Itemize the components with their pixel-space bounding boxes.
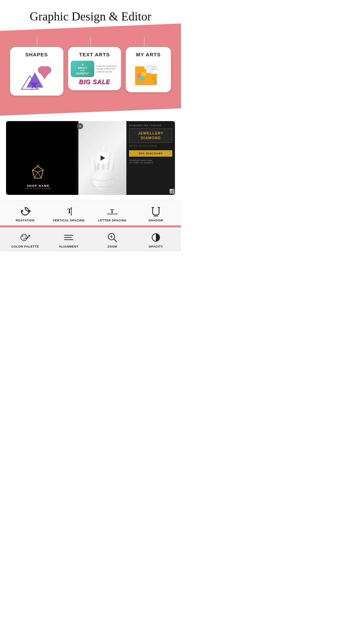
svg-point-15 [139,76,144,81]
jewellery-title-line1: JEWELLERY [131,131,170,136]
opacity-label: OPACITY [149,245,163,248]
shop-name-text: SHOP NAME [27,184,50,187]
svg-text:T: T [110,208,114,214]
svg-rect-12 [146,66,152,73]
vertical-spacing-icon: T [63,206,74,217]
rotation-tool[interactable]: ROATATION [3,206,47,222]
text-toolbar: ROATATION T VERTICAL SPACING T LETTER SP… [0,200,181,225]
shadow-icon [150,206,161,217]
shapes-card-image [15,61,59,91]
shapes-card[interactable]: SHAPES [10,47,63,96]
resize-handle[interactable] [170,189,174,194]
my-arts-content [130,61,166,88]
jewellery-title-box: JEWELLERY DIAMOND [129,128,172,143]
text-arts-content: ★ ENJOY every MOMENT Cinderella is proof… [73,61,117,86]
hanging-lines-decoration [7,34,174,44]
svg-marker-4 [39,71,51,79]
wave-divider [70,121,78,195]
discount-text: 20% DISCOUNT [132,152,170,155]
text-arts-card[interactable]: TEXT ARTS ★ ENJOY every MOMENT Cinderell… [68,47,121,90]
hanging-line-3 [144,37,144,47]
shadow-label: SHADOW [148,219,163,222]
jewellery-ad: SHOP NAME YOUR SLOGAN HERE [6,121,175,195]
opacity-tool[interactable]: OPACITY [134,232,178,248]
svg-point-45 [22,235,23,237]
play-button[interactable] [96,152,108,164]
shadow-tool[interactable]: SHADOW [134,206,178,222]
svg-marker-39 [108,213,108,215]
hanging-line-1 [37,37,37,47]
my-arts-card-title: MY ARTS [130,52,166,57]
play-icon [101,155,105,161]
svg-line-24 [37,165,37,166]
letter-spacing-icon: T [107,206,118,217]
header: Graphic Design & Editor [0,0,181,27]
close-button[interactable]: ✕ [77,123,83,129]
rotation-label: ROATATION [16,219,35,222]
text-arts-card-title: TEXT ARTS [73,52,117,57]
svg-line-56 [114,239,117,242]
better-value-text: BETTER VALUE & CHOICE [129,145,172,147]
feature-section: SHAPES TEXT ARTS [0,23,181,116]
opacity-icon [150,232,161,243]
svg-text:T: T [67,207,72,215]
svg-marker-40 [116,213,117,215]
ad-left-panel: SHOP NAME YOUR SLOGAN HERE [6,121,70,195]
ad-middle-panel [78,121,127,195]
svg-rect-7 [135,66,144,70]
svg-marker-36 [71,215,72,216]
feature-cards-row: SHAPES TEXT ARTS [7,44,174,102]
bottom-toolbar: COLOR PALETTE ALIGNMENT ZOOM [0,226,181,252]
svg-marker-20 [33,170,38,178]
shapes-card-title: SHAPES [15,52,59,57]
hanging-line-2 [90,37,91,47]
alignment-label: ALIGNMENT [59,245,78,248]
bottom-toolbar-row: COLOR PALETTE ALIGNMENT ZOOM [3,232,178,248]
alignment-tool[interactable]: ALIGNMENT [47,232,90,248]
rotation-icon [20,206,31,217]
svg-rect-10 [152,68,156,68]
canvas-area[interactable]: SHOP NAME YOUR SLOGAN HERE [6,121,175,195]
color-palette-tool[interactable]: COLOR PALETTE [3,232,47,248]
svg-line-23 [39,165,39,166]
svg-point-48 [25,237,26,239]
letter-spacing-tool[interactable]: T LETTER SPACING [90,206,134,222]
svg-rect-11 [152,69,157,70]
vertical-spacing-tool[interactable]: T VERTICAL SPACING [47,206,90,222]
vertical-spacing-label: VERTICAL SPACING [53,219,85,222]
app-title: Graphic Design & Editor [7,9,174,23]
enjoy-badge: ★ ENJOY every MOMENT [71,61,94,77]
text-arts-top-row: ★ ENJOY every MOMENT Cinderella is proof… [71,61,118,77]
my-arts-card[interactable]: MY ARTS [126,47,171,92]
diamond-svg [31,165,46,180]
slogan-text: YOUR SLOGAN HERE [25,187,51,190]
jewellery-title-line2: DIAMOND [131,136,170,140]
svg-point-49 [23,238,25,240]
editor-section: SHOP NAME YOUR SLOGAN HERE [0,116,181,200]
cinderella-text: Cinderella is proof that a new pair of S… [96,65,118,73]
address-text: 445 MOUNT EDEN ROAD, ANYTOWN, US 2026000… [129,159,172,164]
svg-rect-9 [152,66,157,67]
letter-spacing-label: LETTER SPACING [98,219,127,222]
diamond-logo-icon [31,165,46,182]
diamonds-forever-text: DIAMONDS ARE FOREVER [129,124,172,126]
resize-icon [170,190,174,193]
my-arts-illustration [133,62,164,87]
shapes-illustration [16,61,57,91]
alignment-icon [63,232,74,243]
discount-badge: 20% DISCOUNT [129,150,172,157]
color-palette-label: COLOR PALETTE [11,245,39,248]
svg-rect-29 [110,151,114,170]
big-sale-text: BIG SALE [79,78,110,86]
svg-point-46 [23,234,25,236]
zoom-icon [107,232,118,243]
zoom-label: ZOOM [108,245,117,248]
svg-marker-19 [33,166,43,172]
svg-point-47 [25,235,26,237]
toolbar-row: ROATATION T VERTICAL SPACING T LETTER SP… [3,206,178,222]
color-palette-icon [20,232,31,243]
ad-right-panel: DIAMONDS ARE FOREVER JEWELLERY DIAMOND B… [126,121,175,195]
zoom-tool[interactable]: ZOOM [90,232,134,248]
svg-marker-21 [38,170,43,178]
